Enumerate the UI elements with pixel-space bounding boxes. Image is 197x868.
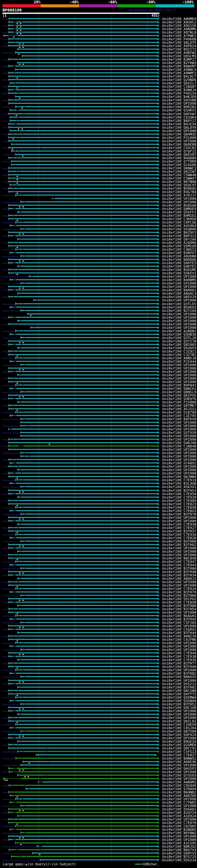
arrow-right-icon (158, 852, 159, 855)
mismatch-dot (13, 351, 14, 352)
mismatch-dot (40, 171, 40, 172)
mismatch-dot (19, 222, 19, 223)
alignment-bar (9, 28, 158, 29)
arrow-right-icon (158, 598, 159, 600)
arrow-right-icon (158, 258, 159, 261)
arrow-right-icon (158, 391, 159, 393)
mismatch-dot (25, 568, 25, 569)
subject-left-overhang (2, 629, 8, 630)
alignment-bar (10, 83, 158, 84)
subject-left-overhang (2, 487, 20, 488)
mismatch-dot (19, 615, 19, 616)
gap-thin-line (13, 32, 16, 32)
query-gap-triangle-icon (16, 179, 18, 180)
alignment-bar (21, 805, 158, 806)
gap-thin-line (13, 521, 16, 521)
arrow-right-icon (158, 150, 159, 152)
alignment-bar (9, 113, 158, 114)
mismatch-dot (23, 195, 23, 195)
alignment-bar (10, 252, 158, 253)
mismatch-dot (12, 459, 13, 460)
hit-label[interactable]: UniRef100_B6K6X5 (162, 675, 196, 679)
arrow-right-icon (158, 608, 159, 610)
subject-left-overhang (2, 134, 8, 135)
gap-thin-line (13, 802, 16, 802)
mismatch-dot (20, 605, 21, 606)
arrow-right-icon (158, 679, 159, 682)
arrow-right-icon (158, 727, 159, 729)
query-gap-triangle-icon (16, 640, 18, 641)
mismatch-dot (13, 717, 14, 718)
alignment-bar (9, 493, 158, 494)
query-gap-triangle-icon (20, 30, 22, 31)
hit-label[interactable]: UniRef100_UPI000.. (162, 299, 197, 302)
arrow-right-icon (158, 811, 159, 814)
subject-left-overhang (2, 698, 15, 698)
hit-label[interactable]: UniRef100_Q1HRV1 (162, 109, 196, 112)
arrow-right-icon (158, 201, 159, 203)
subject-left-overhang (2, 691, 8, 691)
alignment-bar (21, 541, 158, 541)
gap-thin-line (13, 317, 16, 317)
arrow-right-icon (158, 133, 159, 135)
subject-left-overhang (2, 32, 8, 33)
query-gap-triangle-icon (22, 260, 24, 261)
alignment-bar (9, 242, 158, 243)
alignment-bar (21, 649, 158, 650)
arrow-right-icon (158, 798, 159, 800)
subject-left-overhang (2, 399, 8, 399)
mismatch-dot (19, 106, 20, 107)
query-gap-triangle-icon (16, 26, 18, 27)
mismatch-dot (18, 758, 19, 759)
query-gap-triangle-icon (19, 654, 21, 655)
arrow-right-icon (158, 180, 159, 183)
subject-left-overhang (2, 501, 8, 501)
arrow-right-icon (158, 489, 159, 492)
alignment-bar (9, 554, 158, 555)
alignment-bar (9, 232, 158, 233)
arrow-right-icon (158, 147, 159, 149)
subject-left-overhang (2, 507, 15, 508)
subject-left-overhang (2, 846, 37, 847)
gap-thin-line (13, 398, 16, 399)
arrow-right-icon (158, 482, 159, 485)
subject-left-overhang (2, 826, 15, 827)
arrow-right-icon (158, 472, 159, 474)
alignment-bar (9, 809, 158, 809)
arrow-right-icon (158, 761, 159, 763)
alignment-bar (16, 479, 158, 480)
subject-left-overhang (2, 331, 15, 332)
mismatch-dot (21, 575, 22, 576)
hit-label[interactable]: UniRef100_O55214 (162, 859, 196, 862)
mismatch-dot (16, 459, 17, 460)
subject-left-overhang (2, 127, 8, 128)
mismatch-dot (17, 134, 18, 134)
subject-left-overhang (2, 378, 8, 379)
hit-label[interactable]: UniRef100_A5K3U1 (162, 485, 196, 489)
mismatch-dot (25, 514, 25, 515)
alignment-bar (21, 337, 158, 338)
mismatch-dot (13, 157, 13, 158)
alignment-bar (21, 310, 158, 311)
query-gap-triangle-icon (22, 681, 24, 682)
query-gap-triangle-icon (16, 87, 18, 88)
alignment-bar (38, 781, 158, 782)
arrow-right-icon (158, 197, 159, 200)
subject-left-overhang (2, 514, 20, 515)
hit-row[interactable]: UniRef100_O55214 (0, 859, 197, 862)
alignment-bar (9, 585, 158, 586)
alignment-bar (10, 564, 158, 565)
arrow-right-icon (158, 52, 159, 54)
subject-left-overhang (2, 46, 8, 46)
arrow-right-icon (158, 520, 159, 522)
alignment-bar (10, 673, 158, 674)
arrow-right-icon (158, 353, 159, 356)
alignment-bar (16, 358, 158, 359)
gap-thin-line (18, 117, 20, 117)
arrow-right-icon (158, 170, 159, 173)
subject-left-overhang (2, 494, 8, 495)
gap-thin-line (13, 334, 16, 334)
arrow-right-icon (158, 235, 159, 237)
alignment-bar (4, 778, 158, 779)
mismatch-dot (18, 609, 19, 609)
